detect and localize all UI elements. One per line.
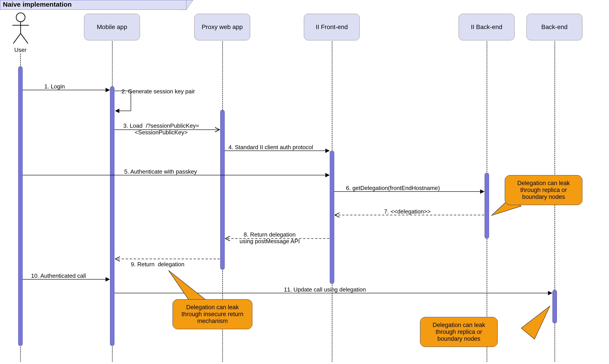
msg-5-authenticate-passkey: 5. Authenticate with passkey: [124, 169, 197, 175]
msg-10-authenticated-call: 10. Authenticated call: [31, 273, 86, 279]
activation-backend: [553, 290, 557, 323]
diagram-title: Naive implementation: [0, 0, 186, 10]
participant-ii-backend: II Back-end: [459, 14, 515, 40]
user-actor-icon: [11, 13, 30, 46]
svg-marker-17: [521, 306, 550, 339]
msg-9-return-delegation: 9. Return delegation: [131, 261, 184, 268]
activation-iiback: [485, 173, 489, 238]
activation-proxy: [220, 110, 225, 270]
msg-4-ii-auth-protocol: 4. Standard II client auth protocol: [228, 144, 313, 151]
msg-8-return-postmessage: 8. Return delegation using postMessage A…: [239, 232, 300, 245]
sequence-diagram: Naive implementation User Mobile app Pro…: [0, 0, 609, 364]
svg-point-0: [16, 13, 25, 22]
svg-line-3: [13, 33, 21, 43]
participant-ii-frontend: II Front-end: [304, 14, 360, 40]
msg-11-update-call: 11. Update call using delegation: [284, 286, 366, 293]
activation-mobile: [110, 86, 114, 346]
participant-mobile-app: Mobile app: [84, 14, 140, 40]
activation-iifront: [330, 151, 334, 284]
note-leak-replica-1: Delegation can leak through replica or b…: [505, 175, 583, 205]
note-leak-replica-2: Delegation can leak through replica or b…: [420, 317, 498, 347]
msg-3-load-session: 3. Load /?sessionPublicKey= <SessionPubl…: [123, 123, 199, 136]
participant-backend: Back-end: [527, 14, 583, 40]
note-leak-insecure-return: Delegation can leak through insecure ret…: [172, 299, 252, 329]
user-actor-label: User: [13, 47, 27, 53]
activation-user: [18, 66, 23, 346]
svg-line-4: [21, 33, 28, 43]
msg-6-get-delegation: 6. getDelegation(frontEndHostname): [346, 185, 440, 192]
msg-2-generate-session-key: 2. Generate session key pair: [121, 88, 195, 95]
msg-7-delegation-return: 7. <<delegation>>: [384, 208, 431, 215]
msg-1-login: 1. Login: [44, 83, 65, 90]
participant-proxy-web-app: Proxy web app: [194, 14, 250, 40]
